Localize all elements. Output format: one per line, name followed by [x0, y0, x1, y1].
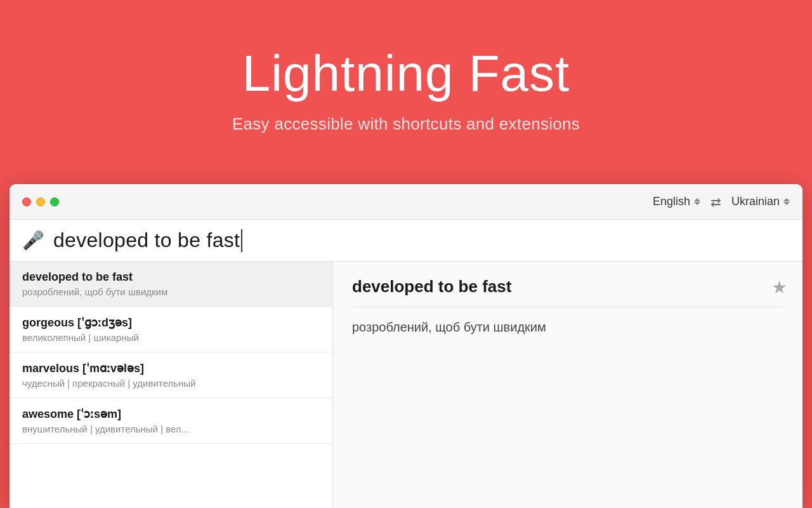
result-item-2[interactable]: marvelous [ˈmɑːvələs] чудесный | прекрас…: [10, 352, 332, 398]
result-word-0: developed to be fast: [22, 271, 320, 284]
results-list: developed to be fast розроблений, щоб бу…: [10, 262, 333, 508]
traffic-lights: [22, 197, 59, 206]
result-item-0[interactable]: developed to be fast розроблений, щоб бу…: [10, 262, 332, 307]
swap-languages-button[interactable]: ⇄: [710, 194, 721, 210]
search-bar: 🎤 developed to be fast: [10, 220, 802, 262]
close-button[interactable]: [22, 197, 31, 206]
result-item-1[interactable]: gorgeous [ˈɡɔːdʒəs] великолепный | шикар…: [10, 307, 332, 352]
result-translation-3: внушительный | удивительный | вел...: [22, 424, 320, 434]
result-word-2: marvelous [ˈmɑːvələs]: [22, 361, 320, 375]
detail-translation: розроблений, щоб бути швидким: [352, 320, 783, 335]
target-language-arrows: [783, 198, 790, 205]
source-language-label: English: [653, 195, 690, 208]
search-input-display[interactable]: developed to be fast: [53, 229, 242, 252]
source-lang-up-arrow: [694, 198, 700, 201]
result-translation-2: чудесный | прекрасный | удивительный: [22, 378, 320, 389]
result-translation-0: розроблений, щоб бути швидким: [22, 286, 320, 297]
text-cursor: [241, 229, 242, 252]
translation-detail: developed to be fast ★ розроблений, щоб …: [333, 262, 802, 508]
hero-title: Lightning Fast: [242, 44, 570, 103]
target-language-selector[interactable]: Ukrainian: [731, 195, 790, 208]
microphone-icon[interactable]: 🎤: [22, 230, 44, 251]
search-text: developed to be fast: [53, 229, 240, 252]
hero-section: Lightning Fast Easy accessible with shor…: [0, 0, 812, 184]
language-controls: English ⇄ Ukrainian: [653, 194, 790, 210]
result-word-3: awesome [ˈɔːsəm]: [22, 407, 320, 421]
app-window: English ⇄ Ukrainian 🎤 developed to be fa…: [10, 184, 802, 508]
source-lang-down-arrow: [694, 202, 700, 205]
maximize-button[interactable]: [50, 197, 59, 206]
source-language-arrows: [694, 198, 700, 205]
result-word-1: gorgeous [ˈɡɔːdʒəs]: [22, 316, 320, 330]
star-icon[interactable]: ★: [771, 277, 787, 298]
hero-subtitle: Easy accessible with shortcuts and exten…: [232, 114, 580, 134]
result-item-3[interactable]: awesome [ˈɔːsəm] внушительный | удивител…: [10, 398, 332, 444]
detail-word: developed to be fast: [352, 277, 783, 307]
source-language-selector[interactable]: English: [653, 195, 700, 208]
target-language-label: Ukrainian: [731, 195, 780, 208]
content-area: developed to be fast розроблений, щоб бу…: [10, 262, 802, 508]
title-bar: English ⇄ Ukrainian: [10, 184, 802, 220]
target-lang-up-arrow: [783, 198, 790, 201]
target-lang-down-arrow: [783, 202, 790, 205]
result-translation-1: великолепный | шикарный: [22, 332, 320, 343]
minimize-button[interactable]: [36, 197, 45, 206]
